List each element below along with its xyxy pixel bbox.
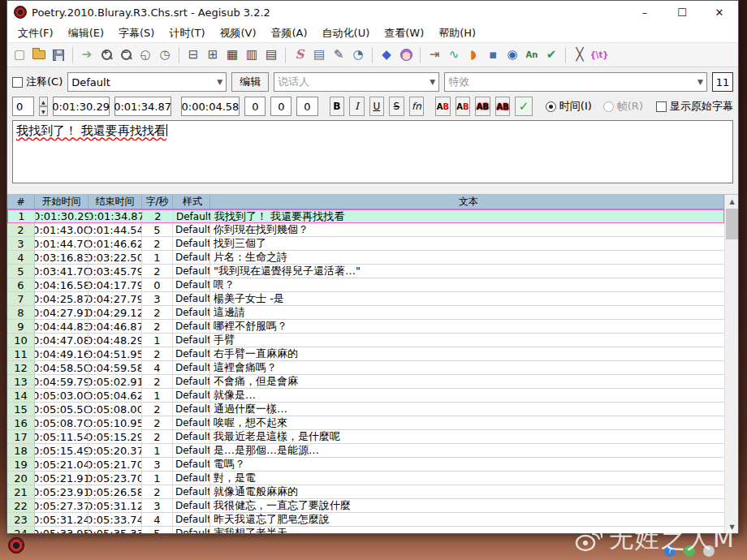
snap-end-to-video-icon[interactable]: ⊞ [204, 46, 222, 64]
timing-postprocessor-icon[interactable]: ◉ [503, 46, 521, 64]
shift-to-frame-icon[interactable]: ▥ [243, 46, 261, 64]
snap-to-scene-icon[interactable]: ▦ [223, 46, 241, 64]
subtitle-row-4[interactable]: 40:03:16.830:03:22.501Default片名：生命之詩 [7, 251, 724, 265]
subtitle-row-23[interactable]: 230:05:31.240:05:33.744Default昨天我還忘了肥皂怎麼… [7, 513, 724, 527]
style-select[interactable]: Default ▼ [67, 72, 227, 92]
maximize-button[interactable]: ☐ [663, 1, 701, 24]
tray-wechat-icon[interactable] [684, 545, 695, 557]
end-time-input[interactable]: 0:01:34.87 [114, 97, 171, 116]
kanji-timer-icon[interactable]: ◗ [464, 46, 482, 64]
properties-icon[interactable]: ▤ [310, 46, 328, 64]
subtitle-row-12[interactable]: 120:04:58.500:04:59.584Default這裡會痛嗎？ [7, 361, 724, 375]
tray-qq-icon[interactable]: ? [664, 545, 676, 557]
menu-item[interactable]: 音频(A) [264, 24, 315, 43]
layer-spinner[interactable]: ▲▼ [39, 97, 48, 116]
translation-assistant-icon[interactable]: An [523, 46, 541, 64]
scrollbar-thumb[interactable] [726, 209, 738, 239]
menu-item[interactable]: 字幕(S) [111, 24, 162, 43]
save-subtitles-icon[interactable] [50, 46, 67, 64]
aegisub-desktop-icon[interactable] [8, 537, 24, 554]
subtitle-row-19[interactable]: 190:05:21.040:05:21.703Default電嗎？ [7, 458, 724, 472]
secondary-color-button[interactable]: AB [456, 97, 471, 116]
layer-input[interactable]: 0 [12, 97, 34, 116]
subtitle-row-15[interactable]: 150:05:05.500:05:08.002Default通過什麼一樣… [7, 403, 724, 416]
subtitle-row-9[interactable]: 90:04:44.830:04:46.872Default哪裡不舒服嗎？ [7, 320, 724, 334]
jump-to-icon[interactable]: ➔ [78, 46, 96, 64]
grid-scrollbar[interactable]: ▲ ▼ [724, 195, 738, 533]
select-lines-icon[interactable]: ◆ [378, 46, 395, 64]
subtitle-row-24[interactable]: 240:05:33.950:05:35.335Default害我想了老半天 [7, 527, 724, 533]
subtitle-row-5[interactable]: 50:03:41.700:03:45.792Default"我到現在還覺得兒子還… [7, 265, 724, 278]
resample-resolution-icon[interactable]: ▪ [484, 46, 502, 64]
subtitle-row-11[interactable]: 110:04:49.160:04:51.952Default右手臂一直麻麻的 [7, 347, 724, 361]
strikeout-button[interactable]: S [389, 97, 404, 116]
show-original-checkbox-box[interactable] [656, 101, 667, 112]
subtitle-row-18[interactable]: 180:05:15.490:05:20.371Default是…是那個…是能源… [7, 444, 724, 458]
effect-combobox[interactable]: 特效 ▼ [444, 72, 707, 92]
automation-face-icon[interactable] [397, 46, 415, 64]
actor-combobox[interactable]: 说话人 ▼ [274, 72, 439, 92]
italic-button[interactable]: I [349, 97, 365, 116]
subtitle-row-2[interactable]: 20:01:43.000:01:44.545Default你到現在找到幾個？ [7, 223, 724, 237]
font-button[interactable]: fn [409, 97, 425, 116]
shift-end-to-video-icon[interactable]: ◷ [156, 46, 174, 64]
close-button[interactable]: ✕ [701, 1, 738, 24]
audio-waveform-icon[interactable]: ∿ [445, 46, 463, 64]
subtitle-row-20[interactable]: 200:05:21.910:05:23.701Default對，是電 [7, 472, 724, 485]
shadow-color-button[interactable]: AB [495, 97, 511, 116]
scroll-up-arrow-icon[interactable]: ▲ [725, 195, 738, 208]
show-original-checkbox[interactable]: 显示原始字幕 [656, 99, 733, 114]
styles-manager-icon[interactable]: S [291, 46, 309, 64]
subtitle-row-10[interactable]: 100:04:47.080:04:48.291Default手臂 [7, 334, 724, 347]
commit-button[interactable]: ✓ [515, 97, 533, 116]
snap-start-to-video-icon[interactable]: ⊟ [184, 46, 202, 64]
comment-checkbox[interactable]: 注释(C) [12, 75, 63, 89]
attachments-icon[interactable]: ✎ [330, 46, 348, 64]
styling-assistant-icon[interactable]: {\t} [590, 46, 608, 64]
subtitle-row-1[interactable]: 10:01:30.290:01:34.872Default我找到了！ 我還要再找… [7, 209, 724, 223]
scroll-down-arrow-icon[interactable]: ▼ [725, 520, 738, 533]
margin-left-input[interactable]: 0 [244, 97, 266, 116]
menu-item[interactable]: 计时(T) [162, 24, 212, 43]
sort-lines-icon[interactable]: ▤ [262, 46, 280, 64]
menu-item[interactable]: 帮助(H) [431, 24, 483, 43]
menu-item[interactable]: 视频(V) [212, 24, 263, 43]
comment-checkbox-box[interactable] [12, 77, 23, 88]
underline-button[interactable]: U [369, 97, 385, 116]
subtitle-row-21[interactable]: 210:05:23.910:05:26.582Default就像通電般麻麻的 [7, 485, 724, 499]
subtitle-row-14[interactable]: 140:05:03.000:05:04.621Default就像是… [7, 389, 724, 403]
shift-times-icon[interactable]: ◔ [349, 46, 367, 64]
jump-video-icon[interactable]: ⇥ [425, 46, 443, 64]
spell-checker-icon[interactable]: ✔ [542, 46, 560, 64]
margin-right-input[interactable]: 0 [270, 97, 291, 116]
time-mode-radio[interactable]: 时间(I) [546, 99, 592, 114]
subtitle-text-editor[interactable]: 我找到了！ 我還要再找找看 [12, 120, 733, 183]
duration-input[interactable]: 0:00:04.58 [181, 97, 240, 116]
menu-item[interactable]: 编辑(E) [61, 24, 111, 43]
bold-button[interactable]: B [330, 97, 345, 116]
subtitle-row-8[interactable]: 80:04:27.910:04:29.122Default這邊請 [7, 306, 724, 320]
tray-misc-icon[interactable] [703, 545, 715, 557]
primary-color-button[interactable]: AB [435, 97, 451, 116]
subtitle-row-7[interactable]: 70:04:25.870:04:27.793Default楊美子女士 -是 [7, 292, 724, 306]
edit-style-button[interactable]: 编辑 [231, 72, 269, 92]
subtitle-row-22[interactable]: 220:05:27.370:05:31.123Default我很健忘，一直忘了要… [7, 499, 724, 513]
margin-vertical-input[interactable]: 0 [296, 97, 317, 116]
zoom-in-icon[interactable]: + [97, 46, 115, 64]
subtitle-row-17[interactable]: 170:05:11.540:05:15.292Default我最近老是這樣，是什… [7, 430, 724, 444]
new-subtitles-icon[interactable]: ▢ [11, 46, 28, 64]
subtitle-row-16[interactable]: 160:05:08.700:05:10.952Default唉喔，想不起來 [7, 416, 724, 430]
zoom-out-icon[interactable]: − [117, 46, 135, 64]
start-time-input[interactable]: 0:01:30.29 [53, 97, 110, 116]
menu-item[interactable]: 查看(W) [377, 24, 431, 43]
open-subtitles-icon[interactable] [30, 46, 48, 64]
subtitle-row-6[interactable]: 60:04:16.580:04:17.790Default喂？ [7, 278, 724, 292]
subtitle-row-13[interactable]: 130:04:59.790:05:02.912Default不會痛，但是會麻 [7, 375, 724, 389]
subtitle-row-3[interactable]: 30:01:44.700:01:46.622Default找到三個了 [7, 237, 724, 251]
menu-item[interactable]: 文件(F) [11, 24, 61, 43]
menu-item[interactable]: 自动化(U) [315, 24, 378, 43]
minimize-button[interactable]: – [626, 1, 663, 24]
shift-start-to-video-icon[interactable]: ◵ [136, 46, 154, 64]
automation-macros-icon[interactable]: ╳ [571, 46, 589, 64]
outline-color-button[interactable]: AB [475, 97, 490, 116]
